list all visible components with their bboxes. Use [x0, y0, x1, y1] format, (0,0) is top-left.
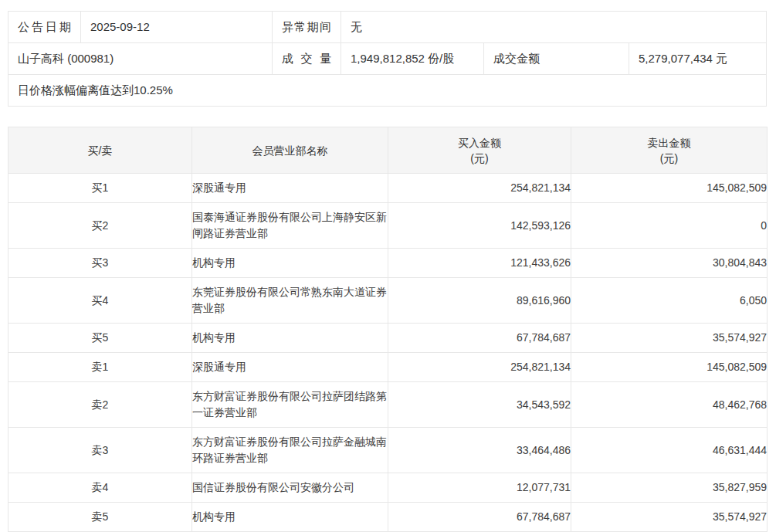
table-row: 买2 国泰海通证券股份有限公司上海静安区新闸路证券营业部 142,593,126…: [8, 203, 768, 249]
announce-date-value: 2025-09-12: [80, 12, 272, 42]
cell-branch: 机构专用: [192, 503, 388, 532]
col-header-buy-amount: 买入金额 (元): [388, 127, 571, 174]
cell-sell-amount: 6,050: [571, 278, 768, 324]
cell-branch: 深股通专用: [192, 174, 388, 203]
col-header-buy-title: 买入金额: [388, 135, 571, 151]
col-header-sell-unit: (元): [571, 151, 767, 166]
cell-buy-amount: 142,593,126: [388, 203, 571, 249]
cell-side: 买1: [8, 174, 192, 203]
cell-branch: 机构专用: [192, 249, 388, 278]
info-panel: 公告日期 2025-09-12 异常期间 无 山子高科 (000981) 成交量…: [8, 11, 767, 107]
cell-branch: 机构专用: [192, 324, 388, 353]
cell-branch: 东方财富证券股份有限公司拉萨金融城南环路证券营业部: [192, 428, 388, 473]
abnormal-period-label: 异常期间: [272, 12, 341, 42]
table-row: 卖4 国信证券股份有限公司安徽分公司 12,077,731 35,827,959: [8, 473, 768, 503]
table-row: 卖3 东方财富证券股份有限公司拉萨金融城南环路证券营业部 33,464,486 …: [8, 428, 768, 473]
stock-name: 山子高科 (000981): [8, 43, 272, 74]
cell-branch: 国泰海通证券股份有限公司上海静安区新闸路证券营业部: [192, 203, 388, 249]
info-row-date: 公告日期 2025-09-12 异常期间 无: [8, 12, 766, 42]
cell-branch: 国信证券股份有限公司安徽分公司: [192, 473, 388, 503]
table-header: 买/卖 会员营业部名称 买入金额 (元) 卖出金额 (元): [8, 127, 768, 174]
cell-side: 买5: [8, 324, 192, 353]
cell-buy-amount: 33,464,486: [388, 428, 571, 473]
cell-buy-amount: 89,616,960: [388, 278, 571, 324]
col-header-buy-unit: (元): [388, 151, 571, 166]
volume-label: 成交量: [272, 43, 341, 74]
cell-sell-amount: 0: [571, 203, 768, 249]
cell-sell-amount: 48,462,768: [571, 382, 768, 428]
header-row: 买/卖 会员营业部名称 买入金额 (元) 卖出金额 (元): [8, 127, 768, 174]
cell-sell-amount: 145,082,509: [571, 353, 768, 382]
cell-branch: 东方财富证券股份有限公司拉萨团结路第一证券营业部: [192, 382, 388, 428]
cell-buy-amount: 12,077,731: [388, 473, 571, 503]
turnover-label: 成交金额: [483, 43, 629, 74]
cell-buy-amount: 254,821,134: [388, 353, 571, 382]
table-row: 买3 机构专用 121,433,626 30,804,843: [8, 249, 768, 278]
cell-side: 卖1: [8, 353, 192, 382]
deviation-note: 日价格涨幅偏离值达到10.25%: [8, 75, 766, 106]
col-header-sell-title: 卖出金额: [571, 135, 767, 151]
table-row: 买1 深股通专用 254,821,134 145,082,509: [8, 174, 768, 203]
col-header-side: 买/卖: [8, 127, 192, 174]
table-row: 卖2 东方财富证券股份有限公司拉萨团结路第一证券营业部 34,543,592 4…: [8, 382, 768, 428]
info-row-reason: 日价格涨幅偏离值达到10.25%: [8, 74, 766, 106]
cell-side: 卖5: [8, 503, 192, 532]
volume-value: 1,949,812,852 份/股: [341, 43, 483, 74]
cell-side: 卖3: [8, 428, 192, 473]
cell-buy-amount: 254,821,134: [388, 174, 571, 203]
cell-sell-amount: 35,574,927: [571, 503, 768, 532]
cell-side: 买2: [8, 203, 192, 249]
lhb-table: 买/卖 会员营业部名称 买入金额 (元) 卖出金额 (元) 买1 深股通专用 2…: [8, 127, 768, 532]
cell-sell-amount: 30,804,843: [571, 249, 768, 278]
col-header-branch: 会员营业部名称: [192, 127, 388, 174]
cell-buy-amount: 67,784,687: [388, 324, 571, 353]
abnormal-period-value: 无: [341, 12, 766, 42]
cell-branch: 东莞证券股份有限公司常熟东南大道证券营业部: [192, 278, 388, 324]
table-row: 买4 东莞证券股份有限公司常熟东南大道证券营业部 89,616,960 6,05…: [8, 278, 768, 324]
announce-date-label: 公告日期: [8, 12, 80, 42]
cell-side: 买4: [8, 278, 192, 324]
info-row-stock: 山子高科 (000981) 成交量 1,949,812,852 份/股 成交金额…: [8, 42, 766, 74]
cell-buy-amount: 34,543,592: [388, 382, 571, 428]
turnover-value: 5,279,077,434 元: [629, 43, 766, 74]
page: 公告日期 2025-09-12 异常期间 无 山子高科 (000981) 成交量…: [0, 0, 776, 532]
cell-buy-amount: 67,784,687: [388, 503, 571, 532]
table-row: 卖5 机构专用 67,784,687 35,574,927: [8, 503, 768, 532]
cell-buy-amount: 121,433,626: [388, 249, 571, 278]
col-header-sell-amount: 卖出金额 (元): [571, 127, 768, 174]
cell-branch: 深股通专用: [192, 353, 388, 382]
cell-sell-amount: 35,827,959: [571, 473, 768, 503]
cell-sell-amount: 46,631,444: [571, 428, 768, 473]
cell-sell-amount: 35,574,927: [571, 324, 768, 353]
table-row: 卖1 深股通专用 254,821,134 145,082,509: [8, 353, 768, 382]
cell-side: 卖4: [8, 473, 192, 503]
cell-side: 卖2: [8, 382, 192, 428]
cell-side: 买3: [8, 249, 192, 278]
table-row: 买5 机构专用 67,784,687 35,574,927: [8, 324, 768, 353]
cell-sell-amount: 145,082,509: [571, 174, 768, 203]
table-body: 买1 深股通专用 254,821,134 145,082,509 买2 国泰海通…: [8, 174, 768, 532]
